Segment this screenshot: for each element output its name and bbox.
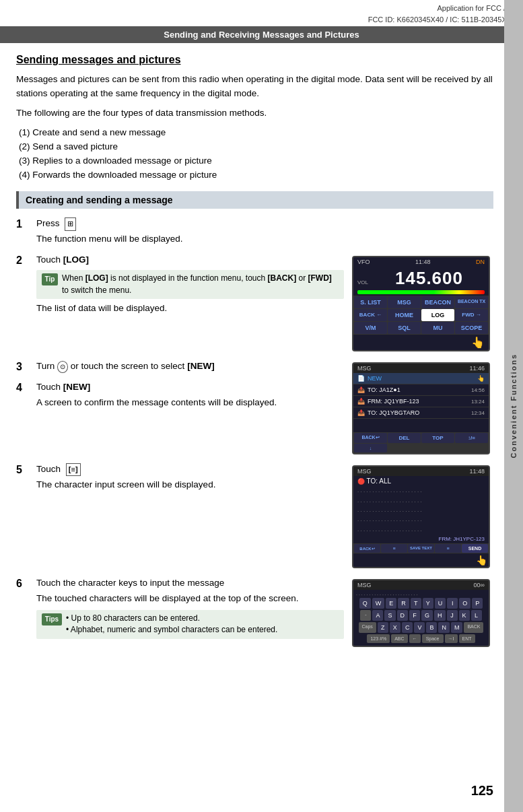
kb-key-x[interactable]: X [390,622,400,633]
screen-signal-bar [357,290,485,294]
kb-key-right[interactable]: →I [445,634,458,643]
msg-row3-type: 📤 [357,409,365,416]
kb-key-b[interactable]: B [426,622,437,633]
step-4-number: 4 [16,382,36,394]
toall-dots-2: . . . . . . . . . . . . . . . . . . . . … [353,496,489,506]
kb-key-e[interactable]: E [386,598,396,609]
kb-key-k[interactable]: K [459,610,470,621]
kb-row-2: - A S D F G H J K L [353,609,489,621]
kb-counter: 00∞ [474,582,485,588]
msg-btn-top[interactable]: TOP [421,433,454,443]
screen-btn-beacon[interactable]: BEACON [421,296,454,308]
kb-key-l[interactable]: L [471,610,482,621]
step-6-text: Touch the character keys to input the me… [36,578,224,588]
intro-item-1: (1) Create and send a new message [19,126,493,140]
toall-btn-save[interactable]: SAVE TEXT [408,544,434,553]
step-1: 1 Press ⊞ The function menu will be disp… [16,217,493,246]
screen-btn-msg[interactable]: MSG [388,296,421,308]
kb-header: MSG 00∞ [353,580,489,590]
msg-btn-del[interactable]: DEL [388,433,421,443]
kb-key-j[interactable]: J [447,610,458,621]
kb-key-t[interactable]: T [411,598,421,609]
kb-key-p[interactable]: P [472,598,483,609]
kb-key-caps[interactable]: Caps [359,622,376,633]
step-5-left: 5 Touch [≡] The character input screen w… [16,463,344,499]
step-4-content: Touch [NEW] A screen to confirm the mess… [36,380,344,410]
screen-btn-fwd[interactable]: FWD → [455,309,488,321]
kb-key-z[interactable]: Z [378,622,388,633]
screen-vol: VOL [357,279,368,285]
kb-dots-1: . . . . . . . . . . . . . . . . . . . . … [353,590,489,597]
kb-key-dash[interactable]: - [360,610,371,621]
kb-key-d[interactable]: D [397,610,409,621]
screen-btn-vm[interactable]: V/M [354,322,387,334]
kb-key-y[interactable]: Y [423,598,433,609]
toall-btn-send[interactable]: SEND [462,544,488,553]
step-6-left: 6 Touch the character keys to input the … [16,576,344,648]
kb-key-back[interactable]: BACK [464,622,483,633]
toall-title: MSG [357,468,372,475]
toall-dots-4: . . . . . . . . . . . . . . . . . . . . … [353,515,489,525]
kb-key-v[interactable]: V [414,622,425,633]
screen-btn-slist[interactable]: S. LIST [354,296,387,308]
kb-row-4: 123 #% ABC ← Space →I ENT [353,634,489,644]
step-6-screen: MSG 00∞ . . . . . . . . . . . . . . . . … [352,576,493,647]
step-2-tip: Tip When [LOG] is not displayed in the f… [36,270,344,299]
toall-btn-menu[interactable]: ≡ [435,544,461,553]
kb-key-g[interactable]: G [421,610,433,621]
msg-btn-down[interactable]: ↓ [354,444,387,452]
step-6: 6 Touch the character keys to input the … [16,576,344,642]
kb-key-left[interactable]: ← [409,634,421,643]
kb-key-ent[interactable]: ENT [459,634,475,643]
step-2-container: 2 Touch [LOG] Tip When [LOG] is not disp… [16,253,493,351]
screen-btn-mu[interactable]: MU [421,322,454,334]
keyboard-screen: MSG 00∞ . . . . . . . . . . . . . . . . … [352,579,490,647]
screen-dn: DN [476,259,485,265]
sidebar-label: Convenient Functions [510,353,518,459]
step-2-text: Touch [36,255,61,265]
msg-btn-back[interactable]: BACK↩ [354,433,387,443]
step-3: 3 Turn ⊙ or touch the screen to select [… [16,360,344,374]
screen-vfo-buttons: S. LIST MSG BEACON BEACON TX BACK ← HOME… [353,296,489,335]
toall-status-icon: 🔴 [357,478,365,485]
screen-btn-log[interactable]: LOG [421,309,454,321]
step-5-container: 5 Touch [≡] The character input screen w… [16,463,493,568]
screen-btn-sql[interactable]: SQL [388,322,421,334]
kb-key-123[interactable]: 123 #% [367,634,390,643]
subsection-heading: Creating and sending a message [16,191,493,209]
msg-row1-time: 14:56 [471,387,485,393]
step-3-text: Turn [36,361,57,371]
msg-row2-type: 📥 [357,398,365,405]
kb-key-m[interactable]: M [451,622,463,633]
kb-key-u[interactable]: U [435,598,446,609]
kb-key-c[interactable]: C [402,622,413,633]
kb-key-o[interactable]: O [459,598,470,609]
step-5-text: Touch [36,464,61,474]
kb-key-w[interactable]: W [372,598,385,609]
step-3-icon: ⊙ [57,361,68,373]
msg-row2-time: 13:24 [471,399,485,405]
screen-btn-home[interactable]: HOME [388,309,421,321]
toall-btn-back[interactable]: BACK↩ [354,544,380,553]
msg-btn-sort[interactable]: ↕/= [455,433,488,443]
kb-key-q[interactable]: Q [359,598,371,609]
kb-key-i[interactable]: I [447,598,458,609]
screen-btn-back[interactable]: BACK ← [354,309,387,321]
toall-btn-list[interactable]: ≡ [381,544,407,553]
step-4-text: Touch [36,382,63,392]
kb-key-a[interactable]: A [372,610,383,621]
kb-key-h[interactable]: H [434,610,446,621]
tips-text: • Up to 80 characters can be entered. • … [66,613,277,636]
screen-btn-beacontx[interactable]: BEACON TX [455,296,488,308]
step-2-sub: The list of data will be displayed. [36,302,344,316]
step-5-number: 5 [16,464,36,476]
step-6-sub: The touched characters will be displayed… [36,592,344,606]
kb-key-abc[interactable]: ABC [391,634,407,643]
step-34-container: 3 Turn ⊙ or touch the screen to select [… [16,360,493,454]
kb-key-space[interactable]: Space [422,634,444,643]
kb-key-s[interactable]: S [384,610,395,621]
kb-key-f[interactable]: F [409,610,420,621]
screen-btn-scope[interactable]: SCOPE [455,322,488,334]
kb-key-r[interactable]: R [398,598,409,609]
kb-key-n[interactable]: N [438,622,450,633]
